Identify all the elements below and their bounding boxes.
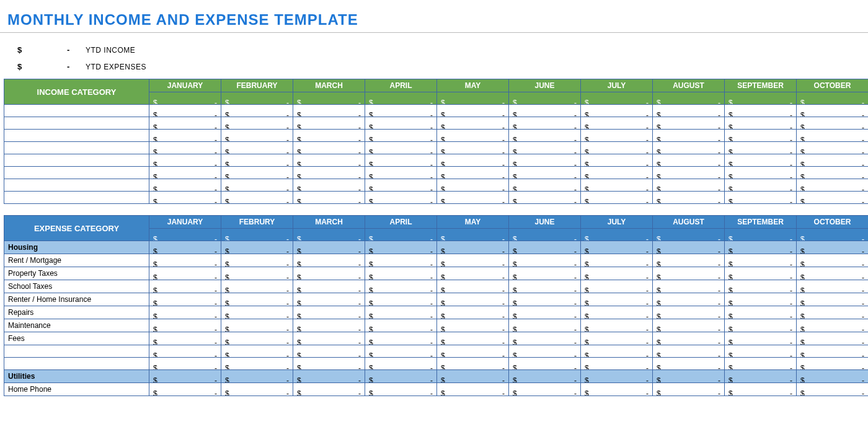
income-cell[interactable]: $-	[221, 179, 293, 192]
expense-cell[interactable]: $-	[581, 254, 653, 267]
income-row-label[interactable]	[4, 167, 149, 179]
month-total-cell[interactable]: $-	[581, 92, 653, 105]
expense-row-label[interactable]	[4, 358, 149, 370]
expense-cell[interactable]: $-	[509, 306, 581, 319]
income-cell[interactable]: $-	[293, 179, 365, 192]
expense-cell[interactable]: $-	[581, 319, 653, 332]
income-cell[interactable]: $-	[221, 167, 293, 179]
income-cell[interactable]: $-	[797, 117, 869, 130]
expense-cell[interactable]: $-	[365, 319, 437, 332]
expense-cell[interactable]: $-	[293, 383, 365, 396]
expense-cell[interactable]: $-	[725, 358, 797, 370]
income-cell[interactable]: $-	[437, 130, 509, 142]
expense-cell[interactable]: $-	[509, 280, 581, 293]
expense-group-total-cell[interactable]: $-	[365, 241, 437, 254]
expense-cell[interactable]: $-	[437, 280, 509, 293]
expense-cell[interactable]: $-	[293, 345, 365, 358]
expense-cell[interactable]: $-	[149, 306, 221, 319]
income-row-label[interactable]	[4, 142, 149, 154]
expense-cell[interactable]: $-	[653, 319, 725, 332]
income-cell[interactable]: $-	[293, 117, 365, 130]
expense-cell[interactable]: $-	[221, 280, 293, 293]
income-cell[interactable]: $-	[581, 105, 653, 117]
expense-cell[interactable]: $-	[365, 267, 437, 280]
expense-cell[interactable]: $-	[149, 267, 221, 280]
expense-group-total-cell[interactable]: $-	[293, 370, 365, 383]
income-cell[interactable]: $-	[437, 179, 509, 192]
expense-cell[interactable]: $-	[221, 306, 293, 319]
expense-cell[interactable]: $-	[653, 306, 725, 319]
expense-cell[interactable]: $-	[725, 254, 797, 267]
expense-cell[interactable]: $-	[509, 345, 581, 358]
expense-group-total-cell[interactable]: $-	[293, 241, 365, 254]
expense-cell[interactable]: $-	[221, 254, 293, 267]
expense-cell[interactable]: $-	[365, 332, 437, 345]
month-total-cell[interactable]: $-	[293, 229, 365, 241]
income-cell[interactable]: $-	[365, 142, 437, 154]
expense-cell[interactable]: $-	[365, 280, 437, 293]
income-cell[interactable]: $-	[797, 192, 869, 204]
expense-cell[interactable]: $-	[149, 254, 221, 267]
expense-row-label[interactable]	[4, 345, 149, 358]
expense-group-total-cell[interactable]: $-	[797, 241, 869, 254]
expense-cell[interactable]: $-	[149, 383, 221, 396]
expense-cell[interactable]: $-	[797, 280, 869, 293]
expense-cell[interactable]: $-	[653, 345, 725, 358]
expense-cell[interactable]: $-	[293, 293, 365, 306]
income-cell[interactable]: $-	[509, 142, 581, 154]
expense-row-label[interactable]: Maintenance	[4, 319, 149, 332]
expense-cell[interactable]: $-	[797, 319, 869, 332]
income-cell[interactable]: $-	[437, 117, 509, 130]
income-cell[interactable]: $-	[293, 167, 365, 179]
expense-cell[interactable]: $-	[365, 345, 437, 358]
expense-cell[interactable]: $-	[581, 293, 653, 306]
month-total-cell[interactable]: $-	[725, 92, 797, 105]
expense-row-label[interactable]: School Taxes	[4, 280, 149, 293]
income-cell[interactable]: $-	[365, 117, 437, 130]
expense-cell[interactable]: $-	[797, 293, 869, 306]
income-cell[interactable]: $-	[365, 167, 437, 179]
expense-cell[interactable]: $-	[221, 319, 293, 332]
expense-cell[interactable]: $-	[437, 358, 509, 370]
month-total-cell[interactable]: $-	[725, 229, 797, 241]
expense-cell[interactable]: $-	[509, 293, 581, 306]
income-cell[interactable]: $-	[725, 105, 797, 117]
expense-row-label[interactable]: Rent / Mortgage	[4, 254, 149, 267]
month-total-cell[interactable]: $-	[797, 92, 869, 105]
expense-group-total-cell[interactable]: $-	[509, 370, 581, 383]
expense-cell[interactable]: $-	[293, 319, 365, 332]
expense-cell[interactable]: $-	[797, 267, 869, 280]
month-total-cell[interactable]: $-	[437, 229, 509, 241]
income-cell[interactable]: $-	[293, 130, 365, 142]
expense-cell[interactable]: $-	[437, 306, 509, 319]
income-cell[interactable]: $-	[725, 142, 797, 154]
expense-cell[interactable]: $-	[725, 267, 797, 280]
income-cell[interactable]: $-	[221, 117, 293, 130]
expense-cell[interactable]: $-	[653, 358, 725, 370]
expense-cell[interactable]: $-	[221, 345, 293, 358]
income-cell[interactable]: $-	[653, 117, 725, 130]
expense-cell[interactable]: $-	[725, 319, 797, 332]
expense-cell[interactable]: $-	[149, 280, 221, 293]
month-total-cell[interactable]: $-	[221, 92, 293, 105]
expense-group-total-cell[interactable]: $-	[725, 370, 797, 383]
income-cell[interactable]: $-	[653, 192, 725, 204]
income-cell[interactable]: $-	[221, 130, 293, 142]
income-cell[interactable]: $-	[365, 179, 437, 192]
expense-group-total-cell[interactable]: $-	[221, 241, 293, 254]
income-cell[interactable]: $-	[437, 192, 509, 204]
income-cell[interactable]: $-	[581, 142, 653, 154]
month-total-cell[interactable]: $-	[221, 229, 293, 241]
income-cell[interactable]: $-	[653, 154, 725, 167]
expense-cell[interactable]: $-	[509, 254, 581, 267]
month-total-cell[interactable]: $-	[293, 92, 365, 105]
expense-cell[interactable]: $-	[725, 306, 797, 319]
income-cell[interactable]: $-	[653, 105, 725, 117]
income-cell[interactable]: $-	[797, 105, 869, 117]
expense-cell[interactable]: $-	[797, 332, 869, 345]
expense-cell[interactable]: $-	[797, 345, 869, 358]
expense-group-total-cell[interactable]: $-	[725, 241, 797, 254]
income-cell[interactable]: $-	[653, 142, 725, 154]
expense-row-label[interactable]: Fees	[4, 332, 149, 345]
income-cell[interactable]: $-	[293, 105, 365, 117]
